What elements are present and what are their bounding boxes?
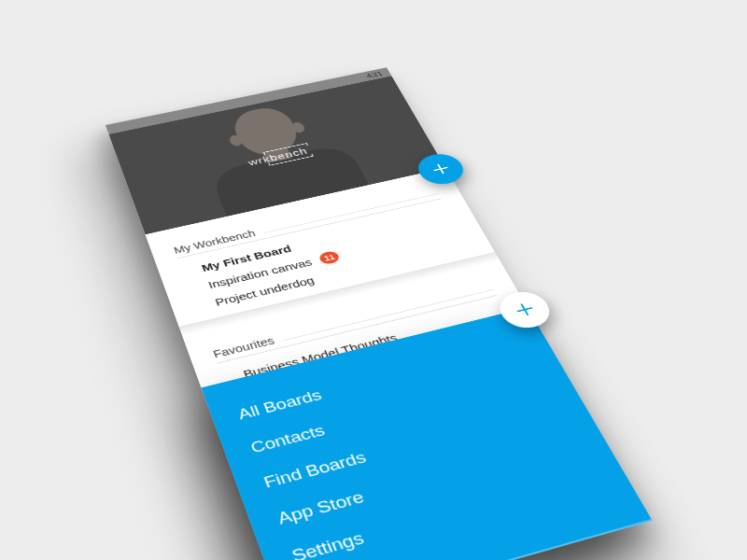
nav-item-label: Settings — [289, 528, 367, 560]
nav-item-label: Find Boards — [261, 448, 369, 491]
notification-badge: 3 — [352, 358, 374, 375]
nav-settings[interactable]: Settings — [286, 456, 607, 560]
section-favourites: Favourites Business Model Thoughts Strat… — [211, 282, 521, 410]
nav-app-store[interactable]: App Store — [272, 423, 587, 539]
nav-find-boards[interactable]: Find Boards — [258, 390, 567, 501]
notification-badge: 11 — [317, 250, 341, 265]
nav-item-label: All Boards — [235, 386, 324, 423]
list-item-label: Business Model Thoughts — [242, 332, 400, 381]
nav-contacts[interactable]: Contacts — [245, 359, 548, 466]
plus-icon — [429, 161, 453, 177]
board-lists: My Workbench My First Board Inspiration … — [146, 168, 653, 560]
board-item-strategy-analys[interactable]: Strategy Analys 3 — [247, 319, 521, 404]
plus-icon — [511, 301, 538, 319]
board-item-business-model-thoughts[interactable]: Business Model Thoughts — [240, 302, 510, 385]
device-frame: 4:21 wrkbench My Workbench — [106, 67, 653, 560]
nav-item-label: Contacts — [248, 422, 328, 456]
bottom-nav-panel: All Boards Contacts Find Boards App Stor… — [202, 307, 653, 560]
nav-all-boards[interactable]: All Boards — [233, 329, 531, 431]
nav-item-label: App Store — [275, 488, 366, 528]
list-item-label: Strategy Analys — [249, 365, 348, 399]
status-time: 4:21 — [365, 71, 383, 79]
section-title-text: Favourites — [211, 332, 285, 360]
